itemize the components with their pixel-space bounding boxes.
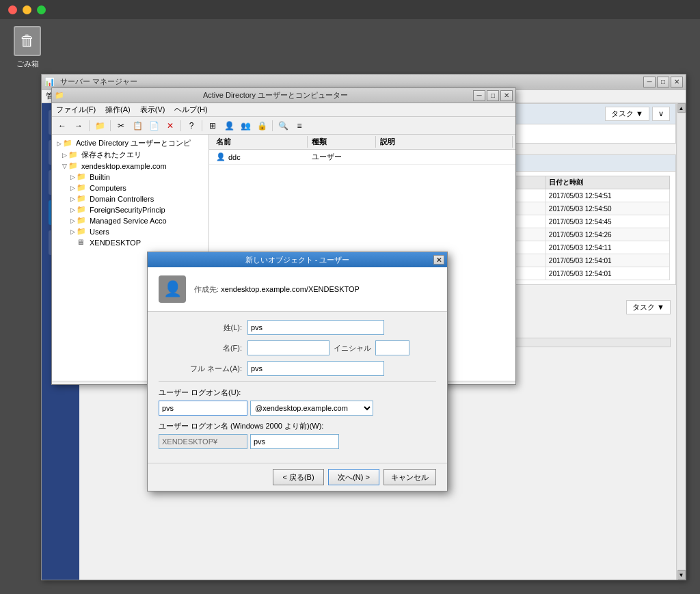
tree-item-domain[interactable]: ▽ 📁 xendesktop.example.com xyxy=(55,161,206,172)
tree-arrow-dc: ▷ xyxy=(68,195,77,202)
server-manager-close-btn[interactable]: ✕ xyxy=(671,77,683,87)
ad-menu-file[interactable]: ファイル(F) xyxy=(56,105,96,115)
toolbar-sep4 xyxy=(202,120,202,131)
toolbar-forward-btn[interactable]: → xyxy=(71,119,86,133)
full-name-row: フル ネーム(A): xyxy=(159,361,436,376)
back-button[interactable]: < 戻る(B) xyxy=(273,469,324,485)
initial-label: イニシャル xyxy=(334,343,371,353)
ad-list-row-ddc[interactable]: 👤 ddc ユーザー xyxy=(209,150,515,165)
initial-input[interactable] xyxy=(375,340,409,355)
ad-menu-help[interactable]: ヘルプ(H) xyxy=(174,105,207,115)
toolbar-help-btn[interactable]: ? xyxy=(184,119,199,133)
last-name-input[interactable] xyxy=(247,320,384,335)
main-scrollbar[interactable]: ▲ ▼ xyxy=(676,103,686,580)
license-section-actions: タスク ▼ ∨ xyxy=(605,107,670,121)
last-name-label: 姓(L): xyxy=(159,323,247,333)
tree-item-fsp[interactable]: ▷ 📁 ForeignSecurityPrincip xyxy=(55,204,206,215)
tree-item-root[interactable]: ▷ 📁 Active Directory ユーザーとコンピ xyxy=(55,137,206,149)
toolbar-paste-btn[interactable]: 📄 xyxy=(146,119,161,133)
tree-label-dc: Domain Controllers xyxy=(90,195,154,203)
toolbar-sep5 xyxy=(272,120,273,131)
server-manager-restore-btn[interactable]: □ xyxy=(657,77,669,87)
win2k-value-input[interactable] xyxy=(250,434,339,449)
toolbar-search-btn[interactable]: 🔍 xyxy=(275,119,291,133)
toolbar-folder-btn[interactable]: 📁 xyxy=(92,119,107,133)
ad-title-left: 📁 xyxy=(55,91,64,100)
creation-location-value: xendesktop.example.com/XENDESKTOP xyxy=(221,285,360,293)
cancel-button[interactable]: キャンセル xyxy=(383,469,436,485)
toolbar-filter-btn[interactable]: ≡ xyxy=(292,119,307,133)
logon-name-row: @xendesktop.example.com xyxy=(159,401,436,416)
dialog-footer: < 戻る(B) 次へ(N) > キャンセル xyxy=(148,463,447,491)
domain-select[interactable]: @xendesktop.example.com xyxy=(250,401,373,416)
tree-item-users[interactable]: ▷ 📁 Users xyxy=(55,226,206,237)
tree-item-dc[interactable]: ▷ 📁 Domain Controllers xyxy=(55,193,206,204)
toolbar-sep2 xyxy=(110,120,111,131)
ad-minimize-btn[interactable]: ─ xyxy=(473,90,485,101)
tree-arrow-computers: ▷ xyxy=(68,185,77,191)
server-manager-title: サーバー マネージャー xyxy=(60,77,137,87)
mac-minimize-button[interactable] xyxy=(23,5,31,14)
tree-label-users: Users xyxy=(90,228,109,236)
tree-arrow-domain: ▽ xyxy=(60,163,68,170)
col-header-name: 名前 xyxy=(212,136,308,148)
tree-label-fsp: ForeignSecurityPrincip xyxy=(90,206,165,214)
logon-name-input[interactable] xyxy=(159,401,247,416)
win2k-inputs xyxy=(159,434,339,449)
tree-arrow-root: ▷ xyxy=(55,140,63,147)
toolbar-back-btn[interactable]: ← xyxy=(55,119,70,133)
col-header-desc: 説明 xyxy=(376,136,513,148)
tree-item-savedqueries[interactable]: ▷ 📁 保存されたクエリ xyxy=(55,149,206,161)
toolbar-cut-btn[interactable]: ✂ xyxy=(113,119,129,133)
mac-close-button[interactable] xyxy=(8,5,17,14)
server-manager-window-buttons: ─ □ ✕ xyxy=(643,77,683,87)
toolbar-group-btn[interactable]: 👥 xyxy=(238,119,253,133)
col-header-type: 種類 xyxy=(308,136,376,148)
license-collapse-btn[interactable]: ∨ xyxy=(652,107,670,121)
toolbar-copy-btn[interactable]: 📋 xyxy=(130,119,145,133)
full-name-input[interactable] xyxy=(247,361,384,376)
event-date: 2017/05/03 12:54:51 xyxy=(546,189,669,202)
tree-label-xendesktop: XENDESKTOP xyxy=(90,239,141,247)
toolbar-user-btn[interactable]: 👤 xyxy=(221,119,237,133)
toolbar-delete-btn[interactable]: ✕ xyxy=(163,119,178,133)
tree-item-builtin[interactable]: ▷ 📁 Builtin xyxy=(55,172,206,183)
event-date: 2017/05/03 12:54:50 xyxy=(546,202,669,215)
tree-icon-xendesktop: 🖥 xyxy=(77,238,88,247)
logon-row-inputs: @xendesktop.example.com xyxy=(159,401,373,416)
event-date: 2017/05/03 12:54:26 xyxy=(546,228,669,241)
tree-icon-msa: 📁 xyxy=(77,216,88,226)
services-task-btn[interactable]: タスク ▼ xyxy=(626,300,671,314)
mac-maximize-button[interactable] xyxy=(37,5,46,14)
next-button[interactable]: 次へ(N) > xyxy=(328,469,379,485)
tree-label-root: Active Directory ユーザーとコンピ xyxy=(76,138,191,148)
win2k-label: ユーザー ログオン名 (Windows 2000 より前)(W): xyxy=(159,421,436,431)
last-name-row: 姓(L): xyxy=(159,320,436,335)
ad-restore-btn[interactable]: □ xyxy=(487,90,499,101)
tree-item-msa[interactable]: ▷ 📁 Managed Service Acco xyxy=(55,215,206,226)
section-divider xyxy=(159,381,436,382)
license-task-btn[interactable]: タスク ▼ xyxy=(605,107,649,121)
dialog-close-btn[interactable]: ✕ xyxy=(433,255,444,265)
trash-icon: 🗑 xyxy=(14,26,41,56)
tree-item-computers[interactable]: ▷ 📁 Computers xyxy=(55,183,206,193)
tree-arrow-msa: ▷ xyxy=(68,217,77,224)
ad-menubar: ファイル(F) 操作(A) 表示(V) ヘルプ(H) xyxy=(52,103,515,117)
ad-menu-operation[interactable]: 操作(A) xyxy=(105,105,131,115)
toolbar-lock-btn[interactable]: 🔒 xyxy=(254,119,269,133)
win2k-prefix-input[interactable] xyxy=(159,434,247,449)
toolbar-grid-btn[interactable]: ⊞ xyxy=(205,119,220,133)
toolbar-sep3 xyxy=(180,120,181,131)
server-manager-minimize-btn[interactable]: ─ xyxy=(643,77,656,87)
event-date: 2017/05/03 12:54:01 xyxy=(546,254,669,267)
mac-titlebar xyxy=(0,0,700,19)
tree-item-xendesktop[interactable]: 🖥 XENDESKTOP xyxy=(55,237,206,248)
ad-menu-view[interactable]: 表示(V) xyxy=(140,105,165,115)
first-name-input[interactable] xyxy=(247,340,329,355)
dialog-user-avatar: 👤 xyxy=(159,275,186,303)
tree-icon-domain: 📁 xyxy=(68,161,79,171)
first-name-row: 名(F): イニシャル xyxy=(159,340,436,355)
tree-label-savedqueries: 保存されたクエリ xyxy=(81,150,142,160)
tree-arrow-savedqueries: ▷ xyxy=(60,152,68,159)
ad-close-btn[interactable]: ✕ xyxy=(500,90,513,101)
